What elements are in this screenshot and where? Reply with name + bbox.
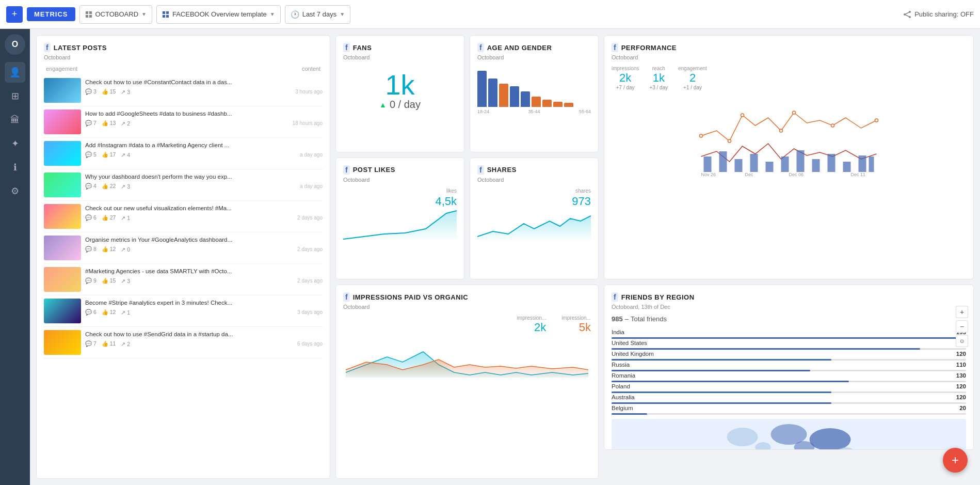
sidebar-logo: O [5, 34, 25, 55]
list-item[interactable]: Add #Instagram #data to a #Marketing Age… [44, 138, 323, 169]
svg-rect-27 [812, 159, 820, 172]
fans-card: f FANS Octoboard 1k ▲ 0 / day [335, 35, 464, 152]
fab-add-button[interactable]: + [943, 448, 968, 473]
age-bar [488, 79, 497, 107]
region-row: Belgium 20 [612, 404, 966, 415]
post-thumbnail [44, 141, 81, 166]
impressions-subtitle: Octoboard [343, 304, 591, 310]
post-content: Add #Instagram #data to a #Marketing Age… [85, 141, 323, 158]
plus-button[interactable]: + [6, 6, 23, 23]
post-meta: 💬 7 👍 13 ↗ 2 18 hours ago [85, 120, 323, 127]
svg-rect-22 [735, 159, 743, 172]
list-item[interactable]: Organise metrics in Your #GoogleAnalytic… [44, 232, 323, 264]
sidebar-item-grid[interactable]: ⊞ [5, 86, 25, 106]
post-likes-header: f POST LIKES [343, 165, 457, 175]
post-meta: 💬 8 👍 12 ↗ 0 2 days ago [85, 246, 323, 253]
svg-rect-20 [704, 157, 712, 172]
region-name: United Kingdom [612, 351, 654, 357]
zoom-reset-button[interactable]: ⊙ [956, 335, 968, 347]
post-likes-title: POST LIKES [353, 166, 395, 174]
list-item[interactable]: #Marketing Agencies - use data SMARTLY w… [44, 264, 323, 295]
perf-metric-label: impressions [612, 66, 639, 71]
post-shares: ↗ 2 [121, 341, 130, 347]
octoboard-dropdown[interactable]: OCTOBOARD ▼ [79, 5, 152, 24]
fans-title: FANS [353, 44, 372, 52]
svg-point-15 [741, 114, 744, 117]
share-icon [903, 10, 911, 19]
list-item[interactable]: Become #Stripe #analytics expert in 3 mi… [44, 295, 323, 327]
list-item[interactable]: Why your dashboard doesn't perform the w… [44, 169, 323, 201]
zoom-out-button[interactable]: − [956, 320, 968, 333]
svg-rect-3 [89, 14, 91, 17]
region-bar-fill [612, 413, 647, 415]
template-dropdown[interactable]: FACEBOOK Overview template ▼ [156, 5, 281, 24]
post-likes: 👍 12 [102, 246, 116, 253]
list-item[interactable]: Check out our new useful visualization e… [44, 201, 323, 232]
region-name: Russia [612, 362, 630, 368]
list-item[interactable]: How to add #GoogleSheets #data to busine… [44, 106, 323, 138]
age-labels: 18-24 35-44 55-64 [477, 109, 591, 114]
post-likes: 👍 12 [102, 309, 116, 316]
svg-line-12 [905, 14, 910, 17]
post-content: Check out our new useful visualization e… [85, 204, 323, 221]
svg-text:Dec: Dec [745, 172, 754, 177]
age-bar [510, 86, 519, 107]
list-item[interactable]: Check out how to use #SendGrid data in a… [44, 327, 323, 358]
region-name: Belgium [612, 405, 633, 411]
sidebar-item-bank[interactable]: 🏛 [5, 109, 25, 130]
imp-label2: impression... [561, 315, 591, 321]
post-thumbnail [44, 204, 81, 229]
svg-rect-26 [797, 150, 805, 172]
svg-point-46 [727, 428, 758, 446]
list-item[interactable]: Check out how to use #ConstantContact da… [44, 75, 323, 106]
svg-line-11 [905, 12, 910, 14]
post-likes-subtitle: Octoboard [343, 177, 457, 183]
svg-text:Dec 11: Dec 11 [851, 172, 866, 177]
region-count: 20 [959, 405, 966, 411]
post-shares: ↗ 4 [121, 152, 130, 158]
svg-rect-29 [843, 162, 851, 172]
post-meta: 💬 6 👍 27 ↗ 1 2 days ago [85, 214, 323, 221]
perf-metric-value: 1k [649, 71, 668, 85]
svg-rect-25 [781, 157, 789, 172]
post-text: Check out how to use #SendGrid data in a… [85, 330, 323, 338]
imp-value2: 5k [561, 321, 591, 334]
post-comments: 💬 6 [85, 214, 97, 221]
post-shares: ↗ 2 [121, 120, 130, 127]
post-time: 2 days ago [297, 215, 323, 221]
age-gender-title: AGE AND GENDER [487, 44, 552, 52]
sidebar: O 👤 ⊞ 🏛 ✦ ℹ ⚙ [0, 29, 30, 485]
post-shares: ↗ 3 [121, 89, 130, 95]
perf-metric-label: engagement [678, 66, 707, 71]
fb-icon-region: f [612, 292, 618, 302]
latest-posts-header: f LATEST POSTS [44, 43, 323, 52]
daterange-dropdown[interactable]: 🕐 Last 7 days ▼ [285, 5, 350, 24]
sidebar-item-user[interactable]: 👤 [5, 62, 25, 83]
sidebar-item-star[interactable]: ✦ [5, 133, 25, 154]
svg-rect-4 [163, 11, 165, 13]
post-meta: 💬 4 👍 22 ↗ 3 a day ago [85, 183, 323, 190]
post-likes: 👍 22 [102, 183, 116, 190]
public-sharing[interactable]: Public sharing: OFF [903, 10, 974, 19]
post-content: How to add #GoogleSheets #data to busine… [85, 109, 323, 127]
age-label-5564: 55-64 [554, 109, 591, 114]
fans-header: f FANS [343, 43, 457, 52]
post-likes: 👍 11 [102, 340, 116, 347]
post-likes: 👍 27 [102, 214, 116, 221]
public-sharing-label: Public sharing: OFF [914, 10, 974, 18]
sidebar-item-bug[interactable]: ⚙ [5, 181, 25, 201]
post-meta: 💬 6 👍 12 ↗ 1 3 days ago [85, 309, 323, 316]
age-bar [564, 103, 573, 107]
fb-icon-posts: f [44, 43, 51, 52]
metrics-button[interactable]: METRICS [27, 7, 75, 21]
age-gender-chart [477, 66, 591, 107]
zoom-in-button[interactable]: + [956, 306, 968, 318]
sidebar-item-info[interactable]: ℹ [5, 157, 25, 178]
region-row: United Kingdom 120 [612, 350, 966, 361]
post-likes-card: f POST LIKES Octoboard likes 4,5k c 06 D… [335, 158, 464, 280]
post-comments: 💬 9 [85, 277, 97, 284]
shares-card: f SHARES Octoboard shares 973 c 06 Dec 1… [470, 158, 599, 280]
facebook-template-icon [162, 11, 169, 18]
post-content: Why your dashboard doesn't perform the w… [85, 173, 323, 190]
svg-point-18 [831, 124, 834, 127]
